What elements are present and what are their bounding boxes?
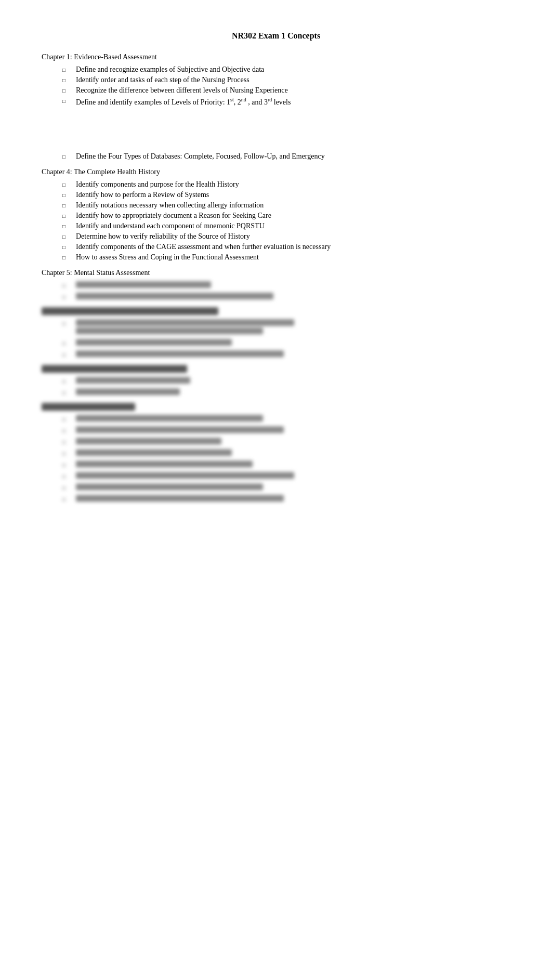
- list-item: □ Identify how to perform a Review of Sy…: [42, 191, 510, 199]
- bullet-icon: □: [62, 77, 72, 83]
- bullet-icon: □: [62, 294, 72, 300]
- bullet-icon: □: [62, 352, 72, 358]
- list-item: □: [42, 293, 510, 302]
- bullet-icon: □: [62, 255, 72, 260]
- list-item: □: [42, 484, 510, 493]
- bullet-icon: □: [62, 224, 72, 229]
- list-item: □ Define the Four Types of Databases: Co…: [42, 152, 510, 161]
- bullet-icon: □: [62, 154, 72, 160]
- bullet-icon: □: [62, 88, 72, 94]
- bullet-icon: □: [62, 341, 72, 346]
- bullet-icon: □: [62, 416, 72, 422]
- list-item: □: [42, 319, 510, 337]
- empty-space: [42, 111, 510, 152]
- list-item: □ Identify notations necessary when coll…: [42, 201, 510, 210]
- chapter-4-heading: Chapter 4: The Complete Health History: [42, 168, 510, 176]
- blurred-list-2: □ □: [42, 377, 510, 398]
- list-item: □: [42, 449, 510, 459]
- list-item: □ Identify components and purpose for th…: [42, 180, 510, 189]
- list-item: □: [42, 339, 510, 348]
- list-item: □: [42, 472, 510, 481]
- blurred-chapter-section-1: □ □ □: [42, 307, 510, 360]
- list-item: □ Identify and understand each component…: [42, 222, 510, 230]
- chapter-1-list: □ Define and recognize examples of Subje…: [42, 66, 510, 107]
- list-item: □ Define and identify examples of Levels…: [42, 97, 510, 107]
- list-item: □ Determine how to verify reliability of…: [42, 232, 510, 241]
- list-item: □: [42, 461, 510, 470]
- bullet-icon: □: [62, 213, 72, 219]
- bullet-icon: □: [62, 244, 72, 250]
- blurred-chapter-section-3: □ □ □ □ □ □ □ □: [42, 403, 510, 504]
- blurred-chapter-heading-3: [42, 403, 135, 411]
- bullet-icon: □: [62, 390, 72, 396]
- blurred-chapter-section-2: □ □: [42, 365, 510, 398]
- bullet-icon: □: [62, 462, 72, 468]
- bullet-icon: □: [62, 451, 72, 456]
- bullet-icon: □: [62, 496, 72, 502]
- bullet-icon: □: [62, 98, 72, 104]
- bullet-icon: □: [62, 428, 72, 434]
- list-item: □: [42, 495, 510, 504]
- bullet-icon: □: [62, 283, 72, 289]
- blurred-list-3: □ □ □ □ □ □ □ □: [42, 415, 510, 504]
- list-item: □ Identify how to appropriately document…: [42, 212, 510, 220]
- page-title: NR302 Exam 1 Concepts: [42, 31, 510, 41]
- bullet-icon: □: [62, 474, 72, 479]
- list-item: □: [42, 438, 510, 447]
- databases-list: □ Define the Four Types of Databases: Co…: [42, 152, 510, 161]
- list-item: □: [42, 388, 510, 398]
- list-item: □ Recognize the difference between diffe…: [42, 86, 510, 95]
- list-item: □ Identify components of the CAGE assess…: [42, 243, 510, 251]
- chapter-1-heading: Chapter 1: Evidence-Based Assessment: [42, 53, 510, 61]
- list-item: □: [42, 350, 510, 360]
- list-item: □: [42, 415, 510, 424]
- blurred-list-1: □ □ □: [42, 319, 510, 360]
- bullet-icon: □: [62, 182, 72, 188]
- bullet-icon: □: [62, 67, 72, 73]
- chapter-4-list: □ Identify components and purpose for th…: [42, 180, 510, 262]
- bullet-icon: □: [62, 485, 72, 491]
- blurred-chapter-heading: [42, 307, 218, 315]
- chapter-5-heading: Chapter 5: Mental Status Assessment: [42, 269, 510, 277]
- bullet-icon: □: [62, 321, 72, 326]
- bullet-icon: □: [62, 203, 72, 208]
- blurred-chapter-heading-2: [42, 365, 187, 373]
- list-item: □ Define and recognize examples of Subje…: [42, 66, 510, 74]
- chapter-5-list-blurred: □ □: [42, 281, 510, 302]
- bullet-icon: □: [62, 192, 72, 198]
- list-item: □: [42, 281, 510, 291]
- bullet-icon: □: [62, 234, 72, 240]
- list-item: □: [42, 426, 510, 436]
- bullet-icon: □: [62, 439, 72, 445]
- list-item: □: [42, 377, 510, 386]
- bullet-icon: □: [62, 378, 72, 384]
- list-item: □ Identify order and tasks of each step …: [42, 76, 510, 84]
- list-item: □ How to assess Stress and Coping in the…: [42, 253, 510, 262]
